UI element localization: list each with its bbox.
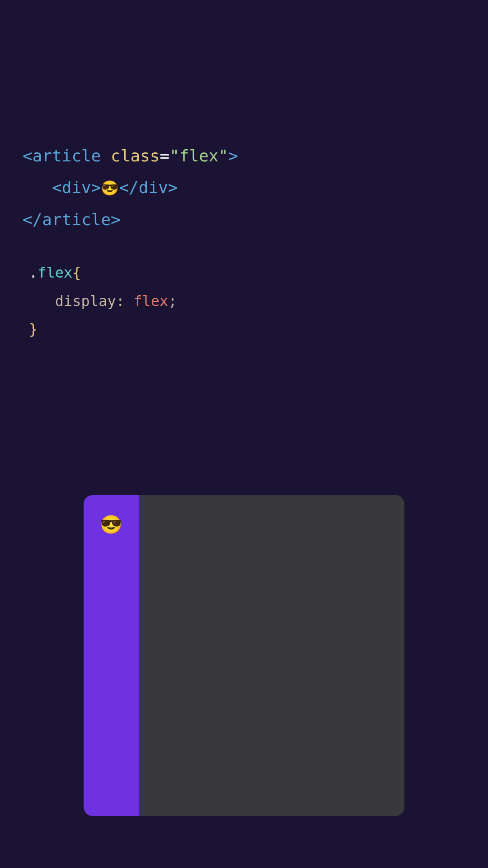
code-token: div xyxy=(139,178,168,197)
code-token: . xyxy=(29,264,38,281)
code-token: </ xyxy=(119,178,138,197)
code-token: flex xyxy=(133,292,168,310)
code-token: > xyxy=(168,178,178,197)
code-token: class xyxy=(111,146,160,165)
code-token xyxy=(23,178,52,197)
css-code-block: .flex{ display: flex; } xyxy=(29,231,177,344)
code-token: flex xyxy=(38,264,72,281)
sunglasses-emoji-icon: 😎 xyxy=(100,514,122,535)
code-token: div xyxy=(62,178,91,197)
code-token: display xyxy=(55,292,116,310)
code-token xyxy=(125,292,133,310)
code-token: } xyxy=(29,321,38,338)
code-token: < xyxy=(23,146,33,165)
code-token xyxy=(101,146,111,165)
code-token: "flex" xyxy=(169,146,228,165)
code-token: article xyxy=(42,210,111,229)
flex-preview-container: 😎 xyxy=(84,495,404,816)
flex-item-sidebar: 😎 xyxy=(84,495,139,816)
code-token: > xyxy=(91,178,101,197)
code-token: : xyxy=(116,292,125,310)
code-token: ; xyxy=(168,292,177,310)
code-token: < xyxy=(52,178,62,197)
code-token: article xyxy=(33,146,101,165)
code-token xyxy=(29,292,55,310)
code-token: </ xyxy=(23,210,42,229)
html-code-block: <article class="flex"> <div>😎</div> </ar… xyxy=(23,108,238,236)
code-token: > xyxy=(111,210,121,229)
code-token: > xyxy=(228,146,238,165)
code-token: { xyxy=(72,264,81,281)
code-token: = xyxy=(160,146,169,165)
sunglasses-emoji-icon: 😎 xyxy=(101,180,119,196)
